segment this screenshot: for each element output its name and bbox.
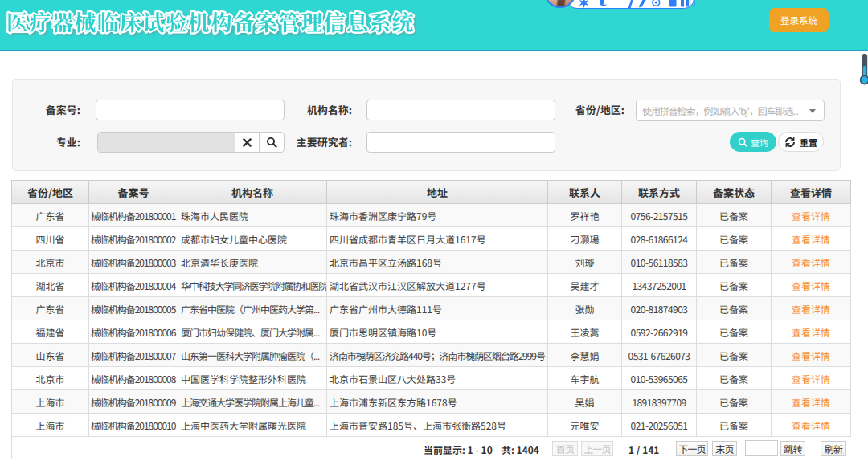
svg-text:医疗器械临床试验机构备案管理信息系统: 医疗器械临床试验机构备案管理信息系统 — [6, 6, 415, 37]
